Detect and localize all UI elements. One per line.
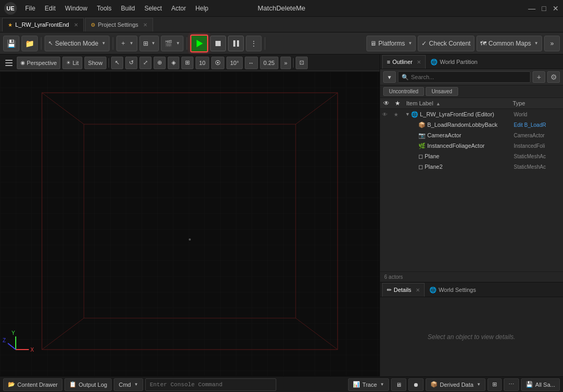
tab-close-lyra[interactable]: ✕: [74, 22, 78, 28]
maximize-viewport-button[interactable]: ⊡: [296, 57, 308, 69]
grid-toggle-button[interactable]: ⊞: [181, 57, 193, 69]
cmd-button[interactable]: Cmd ▼: [114, 378, 143, 391]
filter-tab-uncontrolled[interactable]: Uncontrolled: [383, 87, 424, 96]
transform-select-button[interactable]: ↖: [111, 57, 123, 69]
item-label-col-header[interactable]: Item Label ▲: [406, 100, 513, 106]
minimize-button[interactable]: —: [528, 4, 536, 13]
rotation-value-button[interactable]: 10°: [226, 57, 243, 69]
menu-edit[interactable]: Edit: [40, 3, 60, 14]
tree-item-plane[interactable]: ▶ ◻ Plane StaticMeshAc: [380, 151, 563, 161]
outliner-item-list: 👁 ★ ▼ 🌐 L_RW_LyraFrontEnd (Editor) World…: [380, 109, 563, 271]
snap-button[interactable]: ⊞ ▼: [139, 36, 159, 51]
platforms-icon: 🖥: [370, 40, 376, 47]
sequence-icon: 🎬: [165, 40, 172, 47]
toolbar-right-group: 🖥 Platforms ▼ ✓ Check Content 🗺 Common M…: [366, 36, 560, 51]
vp-more-button[interactable]: »: [280, 57, 291, 69]
viewport[interactable]: ◉ Perspective ☀ Lit Show ↖ ↺ ⤢ ⊕ ◈ ⊞ 10 …: [0, 55, 380, 376]
ue-logo[interactable]: UE: [4, 2, 17, 15]
derived-data-button[interactable]: 📦 Derived Data ▼: [426, 378, 485, 391]
console-input[interactable]: [145, 378, 276, 391]
platforms-button[interactable]: 🖥 Platforms ▼: [366, 36, 416, 51]
svg-text:X: X: [30, 347, 34, 353]
outliner-search-box[interactable]: 🔍: [398, 71, 530, 83]
filter-tab-unsaved[interactable]: Unsaved: [426, 87, 458, 96]
expand-world[interactable]: ▼: [405, 112, 410, 117]
lit-icon: ☀: [66, 60, 71, 66]
tree-item-foliage[interactable]: ▶ 🌿 InstancedFoliageActor InstancedFoli: [380, 140, 563, 151]
source-control-button[interactable]: 📁: [21, 36, 38, 51]
grid-status-button[interactable]: ⊞: [488, 378, 502, 391]
transform-world-button[interactable]: ⊕: [154, 57, 166, 69]
derived-data-label: Derived Data: [440, 382, 473, 388]
maximize-button[interactable]: □: [542, 4, 546, 13]
record-button[interactable]: ⏺: [408, 378, 424, 391]
common-maps-label: Common Maps: [489, 40, 531, 47]
lit-button[interactable]: ☀ Lit: [62, 57, 82, 69]
outliner-add-button[interactable]: +: [533, 71, 545, 83]
tab-close-settings[interactable]: ✕: [143, 22, 147, 28]
content-drawer-button[interactable]: 📂 Content Drawer: [3, 378, 62, 391]
viewport-canvas[interactable]: X Y Z: [0, 71, 380, 376]
all-saved-button[interactable]: 💾 All Sa...: [521, 378, 560, 391]
add-actor-button[interactable]: ＋ ▼: [116, 36, 137, 51]
tab-world-settings[interactable]: 🌐 World Settings: [425, 283, 481, 297]
outliner-filter-button[interactable]: ▼: [383, 71, 396, 83]
common-maps-button[interactable]: 🗺 Common Maps ▼: [477, 36, 542, 51]
outliner-settings-button[interactable]: ⚙: [547, 71, 560, 83]
check-content-button[interactable]: ✓ Check Content: [418, 36, 474, 51]
scale-value-button[interactable]: 0.25: [260, 57, 278, 69]
tab-lyra-frontend[interactable]: ★ L_RW_LyraFrontEnd ✕: [2, 18, 84, 31]
show-button[interactable]: Show: [84, 57, 106, 69]
sequence-button[interactable]: 🎬 ▼: [161, 36, 183, 51]
tree-item-world[interactable]: 👁 ★ ▼ 🌐 L_RW_LyraFrontEnd (Editor) World: [380, 109, 563, 119]
play-button[interactable]: [190, 35, 208, 52]
surface-snapping-button[interactable]: ◈: [168, 57, 179, 69]
play-icon: [197, 40, 203, 47]
menu-tools[interactable]: Tools: [93, 3, 116, 14]
stop-button[interactable]: [210, 36, 226, 51]
menu-build[interactable]: Build: [117, 3, 139, 14]
outliner-panel: ▼ 🔍 + ⚙ Uncontrolled Unsaved 👁 ★ Item La…: [380, 69, 563, 282]
details-tab-close[interactable]: ✕: [416, 287, 420, 293]
perspective-button[interactable]: ◉ Perspective: [17, 57, 60, 69]
tab-details[interactable]: ✏ Details ✕: [382, 283, 425, 297]
menu-help[interactable]: Help: [191, 3, 213, 14]
menu-actor[interactable]: Actor: [167, 3, 190, 14]
toolbar-separator-1: [41, 37, 41, 50]
world-settings-tab-label: World Settings: [439, 287, 476, 293]
tab-world-partition[interactable]: 🌐 World Partition: [426, 55, 482, 69]
outliner-search-input[interactable]: [411, 74, 527, 80]
plane2-label: Plane2: [425, 164, 514, 170]
tree-item-camera[interactable]: ▶ 📷 CameraActor CameraActor: [380, 130, 563, 140]
menu-bar: UE File Edit Window Tools Build Select A…: [4, 2, 212, 15]
more-status-button[interactable]: ⋯: [504, 378, 519, 391]
save-button[interactable]: 💾: [3, 36, 19, 51]
trace-button[interactable]: 📊 Trace ▼: [348, 378, 389, 391]
monitor-button[interactable]: 🖥: [391, 378, 406, 391]
selection-mode-icon: ↖: [48, 40, 53, 47]
more-tools-button[interactable]: »: [544, 36, 560, 51]
transform-scale-button[interactable]: ⤢: [139, 57, 151, 69]
transform-rotate-button[interactable]: ↺: [125, 57, 137, 69]
tree-item-b-load[interactable]: ▶ 📦 B_LoadRandomLobbyBack Edit B_LoadR: [380, 119, 563, 130]
tab-outliner[interactable]: ≡ Outliner ✕: [382, 55, 426, 69]
outliner-tab-close[interactable]: ✕: [417, 59, 421, 65]
menu-window[interactable]: Window: [61, 3, 92, 14]
close-button[interactable]: ✕: [553, 4, 559, 13]
output-log-button[interactable]: 📋 Output Log: [64, 378, 112, 391]
details-icon: ✏: [387, 287, 392, 293]
menu-select[interactable]: Select: [140, 3, 166, 14]
tree-item-plane2[interactable]: ▶ ◻ Plane2 StaticMeshAc: [380, 161, 563, 172]
menu-file[interactable]: File: [21, 3, 39, 14]
outliner-panel-tabs: ≡ Outliner ✕ 🌐 World Partition: [380, 55, 563, 69]
viewport-menu-button[interactable]: [3, 58, 15, 68]
selection-mode-button[interactable]: ↖ Selection Mode ▼: [45, 36, 110, 51]
rotation-snap-button[interactable]: ⦿: [211, 57, 224, 69]
tab-project-settings[interactable]: ⚙ Project Settings ✕: [85, 18, 153, 31]
grid-size-button[interactable]: 10: [196, 57, 209, 69]
play-options-button[interactable]: ⋮: [246, 36, 262, 51]
scale-button[interactable]: ↔: [245, 57, 258, 69]
plane-label: Plane: [425, 153, 514, 159]
common-maps-arrow: ▼: [534, 41, 538, 46]
pause-button[interactable]: [228, 36, 244, 51]
